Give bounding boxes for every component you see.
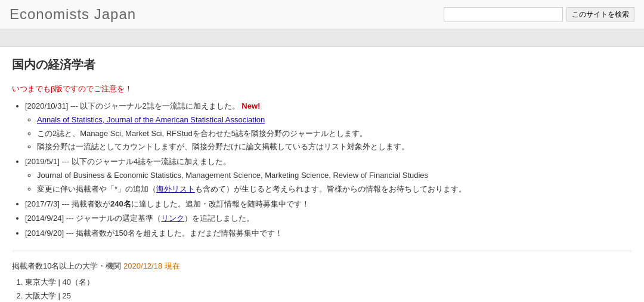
- overseas-list-link[interactable]: 海外リスト: [156, 184, 195, 193]
- sub-item-1-1: Annals of Statistics, Journal of the Ame…: [37, 114, 632, 127]
- search-area: このサイトを検索: [444, 7, 634, 21]
- univ-date-value: 2020/12/18 現在: [123, 261, 180, 270]
- news-item-2: [2019/5/1] --- 以下のジャーナル4誌を一流誌に加えました。 Jou…: [25, 156, 632, 195]
- header: Economists Japan このサイトを検索: [0, 0, 644, 29]
- journal-link-1[interactable]: Annals of Statistics, Journal of the Ame…: [37, 115, 265, 124]
- search-button[interactable]: このサイトを検索: [566, 7, 634, 21]
- main-content: 国内の経済学者 いつまでもβ版ですのでご注意を！ [2020/10/31] --…: [0, 47, 644, 302]
- news-item-3: [2017/7/3] --- 掲載者数が240名に達しました。追加・改訂情報を随…: [25, 198, 632, 211]
- search-input[interactable]: [444, 7, 563, 21]
- sub-list-2: Journal of Business & Economic Statistic…: [25, 170, 632, 196]
- section-divider: [12, 251, 632, 251]
- news-item-4: [2014/9/24] --- ジャーナルの選定基準（リンク）を追記しました。: [25, 212, 632, 225]
- news-item-1: [2020/10/31] --- 以下のジャーナル2誌を一流誌に加えました。 N…: [25, 100, 632, 153]
- count-240: 240名: [110, 199, 131, 208]
- univ-date: 2020/12/18 現在: [123, 261, 180, 270]
- sub-list-1: Annals of Statistics, Journal of the Ame…: [25, 114, 632, 153]
- univ-item-1: 東京大学 | 40（名）: [25, 275, 632, 289]
- univ-section-title: 掲載者数10名以上の大学・機関 2020/12/18 現在: [12, 261, 632, 272]
- univ-list: 東京大学 | 40（名） 大阪大学 | 25 早稲田大学 | 23 一橋大学 |…: [12, 275, 632, 302]
- news-date-1: [2020/10/31] --- 以下のジャーナル2誌を一流誌に加えました。: [25, 101, 240, 110]
- news-list: [2020/10/31] --- 以下のジャーナル2誌を一流誌に加えました。 N…: [12, 100, 632, 240]
- sub-item-2-1: Journal of Business & Economic Statistic…: [37, 170, 632, 182]
- univ-section-label: 掲載者数10名以上の大学・機関: [12, 261, 121, 270]
- new-badge-1: New!: [242, 101, 260, 110]
- sub-item-1-2: この2誌と、Manage Sci, Market Sci, RFStudを合わせ…: [37, 128, 632, 140]
- news-item-5: [2014/9/20] --- 掲載者数が150名を超えました。まだまだ情報募集…: [25, 227, 632, 240]
- page-heading: 国内の経済学者: [12, 57, 632, 75]
- sub-item-2-2: 変更に伴い掲載者や「*」の追加（海外リストも含めて）が生じると考えられます。皆様…: [37, 183, 632, 196]
- site-title: Economists Japan: [10, 6, 136, 23]
- sub-item-1-3: 隣接分野は一流誌としてカウントしますが、隣接分野だけに論文掲載している方はリスト…: [37, 141, 632, 153]
- news-date-2: [2019/5/1] --- 以下のジャーナル4誌を一流誌に加えました。: [25, 157, 231, 166]
- univ-item-2: 大阪大学 | 25: [25, 289, 632, 302]
- beta-notice: いつまでもβ版ですのでご注意を！: [12, 84, 632, 94]
- nav-bar: [0, 29, 644, 47]
- criteria-link[interactable]: リンク: [161, 214, 184, 223]
- beta-notice-text: いつまでもβ版ですのでご注意を！: [12, 84, 132, 93]
